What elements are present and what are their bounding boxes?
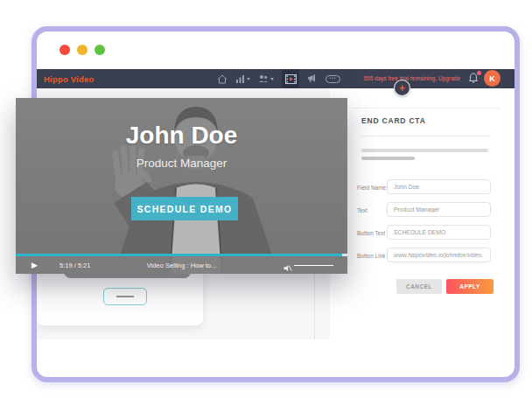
hippo-video-logo[interactable]: Hippo Video [44,74,94,84]
videos-icon-active[interactable] [282,69,299,88]
apply-button[interactable]: APPLY [446,279,494,294]
home-icon[interactable] [217,69,228,88]
campaign-icon[interactable] [307,69,318,88]
chevron-down-icon [247,78,250,80]
button-text-input[interactable] [387,225,491,240]
video-player[interactable]: John Doe Product Manager SCHEDULE DEMO ▶… [16,98,347,274]
panel-title-underline [361,136,490,136]
chevron-down-icon [270,78,274,80]
panel-title: END CARD CTA [361,116,426,125]
analytics-icon[interactable] [235,69,250,88]
cancel-button[interactable]: CANCEL [396,279,442,294]
text-label: Text [357,207,387,213]
window-minimize-button[interactable] [77,45,88,55]
button-link-label: Button Link [357,253,387,259]
trial-upgrade-link[interactable]: 555 days free trial remaining. Upgrade [363,75,460,81]
volume-slider[interactable] [294,265,333,267]
window-maximize-button[interactable] [94,45,105,55]
endcard-name: John Doe [16,122,347,150]
user-avatar[interactable]: K [484,70,500,87]
content-column-divider [314,271,315,339]
window-close-button[interactable] [60,45,70,55]
panel-top-divider [352,108,500,108]
notifications-bell-icon[interactable] [468,72,480,85]
button-link-input[interactable] [387,248,491,262]
button-text-label: Button Text [357,230,387,236]
dash-icon [116,296,134,298]
page: Hippo Video ••• [0,0,532,398]
field-name-label: Field Name [357,185,387,191]
player-controls-bar: ▶ 5:19 / 5:21 Video Selling : How to... [16,256,347,274]
more-icon[interactable]: ••• [326,75,340,83]
notification-badge [477,71,481,75]
text-input[interactable] [387,202,491,217]
create-video-button[interactable]: + [394,80,410,96]
schedule-demo-button[interactable]: SCHEDULE DEMO [131,197,238,220]
teams-icon[interactable] [258,69,274,88]
nav-icon-group: ••• [217,69,340,88]
app-navbar: Hippo Video ••• [37,69,514,88]
endcard-role: Product Manager [16,157,347,170]
volume-muted-icon[interactable] [284,261,292,274]
panel-skeleton-line-2 [361,157,415,160]
card-action-button[interactable] [103,288,147,305]
field-name-input[interactable] [387,179,491,194]
panel-skeleton-line-1 [361,149,488,152]
